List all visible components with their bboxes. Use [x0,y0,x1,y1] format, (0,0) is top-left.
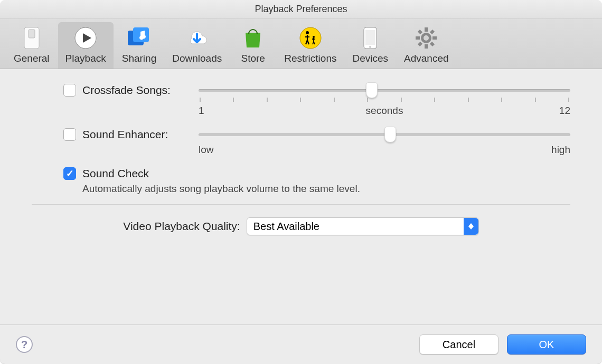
tab-label: Store [241,53,265,64]
svg-point-7 [306,31,309,34]
soundcheck-row: Sound Check Automatically adjusts song p… [63,167,570,195]
tab-restrictions[interactable]: Restrictions [277,22,344,69]
footer: ? Cancel OK [0,324,602,364]
slider-max-label: high [551,144,570,156]
svg-rect-1 [29,30,35,38]
tab-downloads[interactable]: Downloads [165,22,229,69]
slider-min-label: low [199,144,214,156]
tab-label: Restrictions [284,53,336,64]
help-button[interactable]: ? [16,336,33,353]
soundcheck-label: Sound Check [82,167,149,180]
tab-sharing[interactable]: Sharing [115,22,164,69]
toolbar: General Playback Sharing [0,19,602,69]
tab-label: Sharing [122,53,157,64]
cloud-download-icon [184,25,210,51]
play-icon [73,25,98,51]
slider-labels: low high [199,144,570,156]
content-pane: Crossfade Songs: 1 seconds 12 Sound Enha… [0,69,602,324]
preferences-window: Playback Preferences General Playback [0,0,602,364]
phone-icon [358,25,383,51]
slider-max-label: 12 [559,105,570,117]
tab-store[interactable]: Store [230,22,276,69]
divider [32,204,570,205]
svg-point-11 [369,46,371,48]
enhancer-row: Sound Enhancer: low high [63,128,570,156]
enhancer-slider-knob[interactable] [384,127,396,142]
crossfade-slider-knob[interactable] [366,82,378,98]
tab-playback[interactable]: Playback [58,22,114,69]
video-quality-select[interactable]: Best Available [247,217,479,235]
tab-general[interactable]: General [6,22,57,69]
soundcheck-checkbox[interactable] [63,167,76,180]
soundcheck-description: Automatically adjusts song playback volu… [82,183,570,195]
switch-icon [19,25,44,51]
video-quality-row: Video Playback Quality: Best Available [32,217,570,235]
crossfade-label: Crossfade Songs: [82,84,188,97]
video-quality-label: Video Playback Quality: [123,220,240,233]
slider-center-label: seconds [366,105,403,117]
svg-marker-23 [468,226,474,229]
enhancer-slider[interactable]: low high [199,128,570,156]
tab-label: General [14,53,50,64]
svg-line-19 [419,43,421,45]
crossfade-slider[interactable]: 1 seconds 12 [199,84,570,117]
video-quality-value: Best Available [253,221,319,233]
cancel-button[interactable]: Cancel [419,334,498,355]
slider-min-label: 1 [199,105,204,117]
tab-label: Downloads [172,53,222,64]
svg-line-18 [431,43,434,45]
tab-label: Playback [65,53,106,64]
crossfade-row: Crossfade Songs: 1 seconds 12 [63,84,570,117]
svg-line-20 [431,31,434,33]
slider-ticks [199,98,570,102]
tab-devices[interactable]: Devices [345,22,396,69]
svg-line-17 [419,31,421,33]
ok-button[interactable]: OK [507,334,586,355]
gear-icon [413,25,439,51]
parental-icon [298,25,323,51]
music-folder-icon [126,25,152,51]
tab-advanced[interactable]: Advanced [397,22,456,69]
slider-labels: 1 seconds 12 [199,105,570,117]
svg-point-6 [300,27,321,49]
svg-rect-10 [365,30,375,45]
tab-label: Advanced [404,53,449,64]
enhancer-checkbox[interactable] [63,128,76,141]
window-title: Playback Preferences [0,0,602,19]
enhancer-label: Sound Enhancer: [82,128,188,141]
shopping-bag-icon [240,25,266,51]
tab-label: Devices [352,53,388,64]
chevron-updown-icon [464,218,478,235]
svg-point-8 [313,36,315,38]
svg-point-21 [424,35,429,41]
crossfade-checkbox[interactable] [63,84,76,97]
